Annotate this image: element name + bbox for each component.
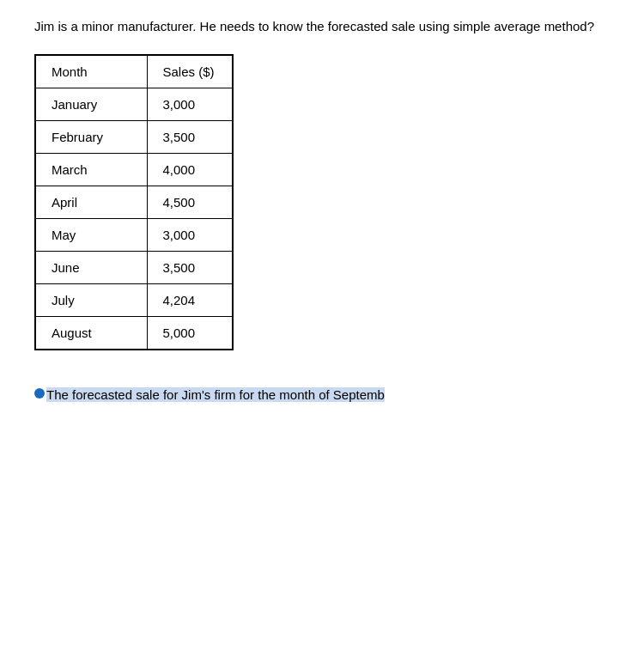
- cell-sales: 3,000: [147, 218, 233, 251]
- cell-month: April: [35, 186, 147, 218]
- cell-sales: 3,500: [147, 120, 233, 153]
- table-row: February3,500: [35, 120, 233, 153]
- page-container: Jim is a minor manufacturer. He needs to…: [34, 17, 610, 405]
- forecasted-highlight: The forecasted sale for Jim's firm for t…: [46, 387, 385, 402]
- footer-section: The forecasted sale for Jim's firm for t…: [34, 376, 610, 405]
- table-row: August5,000: [35, 316, 233, 350]
- cell-sales: 4,500: [147, 186, 233, 218]
- cell-month: June: [35, 251, 147, 283]
- blue-dot-icon: [34, 388, 45, 399]
- cell-sales: 3,000: [147, 88, 233, 120]
- table-row: March4,000: [35, 153, 233, 186]
- header-sales: Sales ($): [147, 55, 233, 88]
- table-row: April4,500: [35, 186, 233, 218]
- table-row: May3,000: [35, 218, 233, 251]
- cell-sales: 4,000: [147, 153, 233, 186]
- table-header-row: Month Sales ($): [35, 55, 233, 88]
- cell-month: February: [35, 120, 147, 153]
- table-row: January3,000: [35, 88, 233, 120]
- table-row: July4,204: [35, 283, 233, 316]
- sales-table: Month Sales ($) January3,000February3,50…: [34, 54, 234, 350]
- cell-month: March: [35, 153, 147, 186]
- header-month: Month: [35, 55, 147, 88]
- cell-month: August: [35, 316, 147, 350]
- table-container: Month Sales ($) January3,000February3,50…: [34, 54, 610, 350]
- intro-text: Jim is a minor manufacturer. He needs to…: [34, 17, 610, 37]
- cell-sales: 4,204: [147, 283, 233, 316]
- cell-sales: 3,500: [147, 251, 233, 283]
- cell-month: July: [35, 283, 147, 316]
- cell-month: January: [35, 88, 147, 120]
- cell-sales: 5,000: [147, 316, 233, 350]
- table-row: June3,500: [35, 251, 233, 283]
- forecasted-text: The forecasted sale for Jim's firm for t…: [34, 385, 610, 405]
- cell-month: May: [35, 218, 147, 251]
